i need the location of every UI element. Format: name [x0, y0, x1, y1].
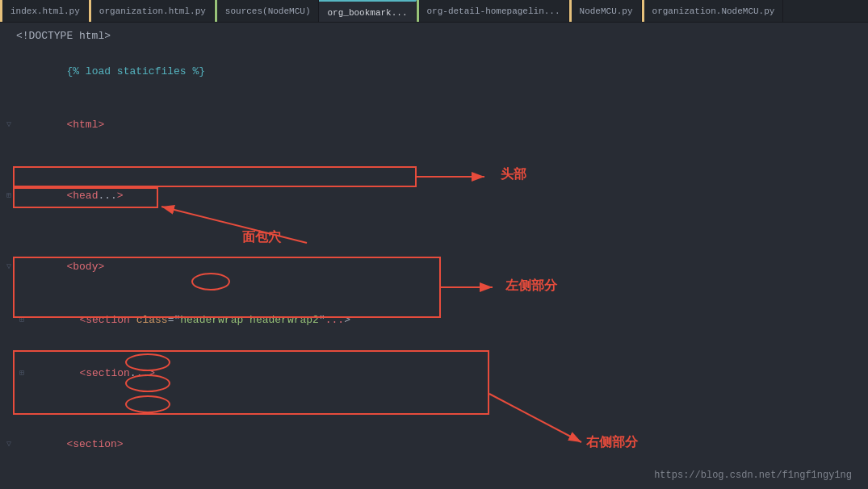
collapse-section3[interactable]: ▽ [3, 439, 15, 450]
code-line: ⊞ <section class="headerwrap headerwrap2… [0, 294, 868, 347]
tab-index[interactable]: index.html.py [0, 0, 89, 23]
breadcrumb-label: 面包穴 [242, 229, 281, 246]
collapse-body[interactable]: ▽ [3, 261, 15, 273]
line-html: <html> [16, 98, 868, 152]
line-section3: <section> [16, 418, 868, 471]
tab-org[interactable]: organization.html.py [89, 0, 215, 23]
tab-org-nodemcu[interactable]: organization.NodeMCU.py [642, 0, 784, 23]
code-line: <!DOCTYPE html> [0, 27, 868, 45]
right-label: 右侧部分 [586, 434, 638, 451]
collapse-head[interactable]: ⊞ [3, 190, 15, 202]
line-empty2 [16, 223, 868, 240]
line-doctype: <!DOCTYPE html> [16, 27, 868, 45]
line-empty3 [16, 400, 868, 418]
url-bar: https://blog.csdn.net/f1ngf1ngy1ng [654, 470, 852, 481]
code-line: ⊞ <head...> [0, 169, 868, 223]
code-line [0, 223, 868, 240]
collapse-section1[interactable]: ⊞ [16, 315, 27, 326]
code-line [0, 400, 868, 418]
tab-org-detail[interactable]: org-detail-homepagelin... [417, 0, 569, 23]
code-line: ▽ <body> [0, 240, 868, 294]
code-line: ▽ <section> [0, 418, 868, 471]
line-load: {% load staticfiles %} [16, 45, 868, 98]
line-head: <head...> [16, 169, 868, 223]
code-area: <!DOCTYPE html> {% load staticfiles %} ▽… [0, 23, 868, 489]
collapse-section2[interactable]: ⊞ [16, 368, 27, 379]
tab-org-bookmark[interactable]: org_bookmark... [319, 0, 416, 23]
header-label: 头部 [501, 166, 526, 183]
code-line: ▽ <html> [0, 98, 868, 152]
tab-sources[interactable]: sources(NodeMCU) [215, 0, 320, 23]
editor: <!DOCTYPE html> {% load staticfiles %} ▽… [0, 23, 868, 489]
code-line: ⊞ <section...> [0, 347, 868, 400]
collapse-html[interactable]: ▽ [3, 119, 15, 131]
tab-nodemcu[interactable]: NodeMCU.py [569, 0, 642, 23]
tab-bar: index.html.py organization.html.py sourc… [0, 0, 868, 23]
code-line: {% load staticfiles %} [0, 45, 868, 98]
line-body: <body> [16, 240, 868, 294]
line-empty [16, 152, 868, 169]
line-section-header: <section class="headerwrap headerwrap2".… [29, 294, 868, 347]
code-line [0, 152, 868, 169]
line-section-breadcrumb: <section...> [29, 347, 868, 400]
left-label: 左侧部分 [505, 278, 557, 295]
